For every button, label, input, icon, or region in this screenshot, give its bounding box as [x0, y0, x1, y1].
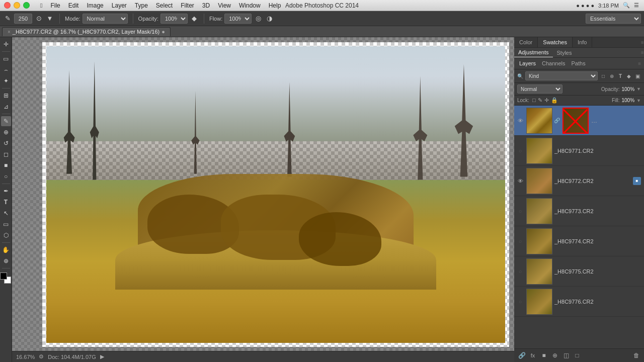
layer-row-2[interactable]: 👁 _H8C9772.CR2 ■ — [514, 166, 644, 196]
tab-close-icon[interactable]: × — [8, 29, 11, 35]
close-button[interactable] — [4, 2, 11, 9]
link-layers-button[interactable]: 🔗 — [517, 351, 526, 360]
layer-row-4[interactable]: ○ _H8C9774.CR2 — [514, 226, 644, 256]
lock-all-icon[interactable]: 🔒 — [551, 97, 558, 104]
sub-tab-adjustments[interactable]: Adjustments — [514, 48, 553, 57]
menu-filter[interactable]: Filter — [181, 2, 194, 9]
workspace-select[interactable]: Essentials — [586, 14, 641, 24]
sub-tab-styles[interactable]: Styles — [553, 48, 576, 57]
tab-layers[interactable]: Layers — [517, 59, 538, 67]
3d-tool[interactable]: ⬡ — [1, 230, 11, 240]
tab-info[interactable]: Info — [573, 37, 592, 47]
zoom-tool[interactable]: ⊕ — [1, 256, 11, 266]
window-controls[interactable] — [4, 2, 30, 9]
airbrush-icon[interactable]: ◆ — [190, 14, 199, 23]
menu-view[interactable]: View — [218, 2, 231, 9]
filter-adjustment-icon[interactable]: ⊕ — [608, 72, 615, 79]
move-tool[interactable]: ✛ — [1, 39, 11, 49]
status-arrow[interactable]: ▶ — [100, 353, 104, 360]
layer-row-5[interactable]: ○ _H8C9775.CR2 — [514, 256, 644, 287]
toggle-brush-panel-icon[interactable]: ▼ — [45, 14, 54, 23]
layer-eye-4[interactable]: ○ — [516, 237, 524, 245]
filter-type-icon[interactable]: T — [617, 72, 624, 79]
flow-icon1[interactable]: ◎ — [254, 14, 263, 23]
filter-pixel-icon[interactable]: □ — [600, 72, 607, 79]
path-select-tool[interactable]: ↖ — [1, 208, 11, 218]
menu-image[interactable]: Image — [87, 2, 103, 9]
delete-layer-button[interactable]: 🗑 — [632, 351, 641, 360]
shape-tool[interactable]: ▭ — [1, 219, 11, 229]
menu-select[interactable]: Select — [156, 2, 173, 9]
opacity-chevron[interactable]: ▼ — [636, 86, 641, 92]
mode-select[interactable]: Normal — [83, 14, 128, 24]
layer-eye-5[interactable]: ○ — [516, 267, 524, 276]
foreground-color-swatch[interactable] — [0, 273, 7, 280]
flow-select[interactable]: 100% — [224, 14, 252, 24]
maximize-button[interactable] — [23, 2, 30, 9]
layer-row-1[interactable]: ○ _H8C9771.CR2 — [514, 136, 644, 166]
crop-tool[interactable]: ⊞ — [1, 90, 11, 101]
eyedropper-tool[interactable]: ⊿ — [1, 102, 11, 112]
layer-eye-2[interactable]: 👁 — [516, 177, 524, 185]
group-layers-button[interactable]: ◫ — [561, 351, 571, 360]
tab-channels[interactable]: Channels — [540, 59, 567, 67]
lock-position-icon[interactable]: ✛ — [544, 97, 549, 104]
menu-layer[interactable]: Layer — [112, 2, 127, 9]
type-tool[interactable]: T — [1, 197, 11, 207]
eraser-tool[interactable]: ◻ — [1, 149, 11, 159]
marquee-tool[interactable]: ▭ — [1, 54, 11, 64]
layer-eye-0[interactable]: 👁 — [516, 117, 524, 125]
menu-apple[interactable]:  — [40, 2, 42, 9]
layer-eye-6[interactable]: ○ — [516, 298, 524, 306]
menu-file[interactable]: File — [50, 2, 60, 9]
canvas-area[interactable]: 16.67% ⚙ Doc: 104.4M/1.07G ▶ — [12, 37, 514, 362]
brush-size-field[interactable] — [14, 14, 32, 24]
brush-preset-icon[interactable]: ⊙ — [34, 14, 43, 23]
menu-icon[interactable]: ☰ — [634, 2, 639, 9]
title-bar-right: ● ● ● ● 3:18 PM 🔍 ☰ — [576, 2, 639, 9]
brush-tool[interactable]: ✎ — [1, 116, 11, 126]
menu-3d[interactable]: 3D — [202, 2, 210, 9]
flow-icon2[interactable]: ◑ — [265, 14, 274, 23]
tab-swatches[interactable]: Swatches — [538, 37, 573, 47]
filter-shape-icon[interactable]: ◆ — [625, 72, 632, 79]
dodge-tool[interactable]: ○ — [1, 171, 11, 182]
fill-chevron[interactable]: ▼ — [636, 98, 641, 103]
menu-help[interactable]: Help — [269, 2, 281, 9]
lock-image-icon[interactable]: ✎ — [538, 97, 542, 104]
menu-window[interactable]: Window — [239, 2, 261, 9]
filter-smart-icon[interactable]: ▣ — [634, 72, 641, 79]
minimize-button[interactable] — [14, 2, 20, 9]
document-tab[interactable]: × _H8C9777.CR2 @ 16.7% (_H8C9770.CR2, La… — [2, 27, 171, 36]
new-layer-button[interactable]: □ — [573, 351, 582, 360]
filter-type-select[interactable]: Kind — [525, 71, 598, 80]
layer-eye-3[interactable]: ○ — [516, 207, 524, 215]
lock-transparency-icon[interactable]: □ — [532, 97, 536, 104]
layer-row-6[interactable]: ○ _H8C9776.CR2 — [514, 287, 644, 317]
layer-row-0[interactable]: 👁 🔗 … — [514, 106, 644, 136]
menu-type[interactable]: Type — [135, 2, 148, 9]
gradient-tool[interactable]: ■ — [1, 160, 11, 170]
lasso-tool[interactable]: ⌢ — [1, 65, 11, 75]
layer-thumb-img-6 — [527, 289, 552, 314]
search-icon[interactable]: 🔍 — [623, 2, 630, 9]
tab-paths[interactable]: Paths — [570, 59, 588, 67]
layer-eye-1[interactable]: ○ — [516, 147, 524, 155]
adjustment-layer-button[interactable]: ⊕ — [550, 351, 559, 360]
add-mask-button[interactable]: ■ — [539, 351, 548, 360]
title-bar:  File Edit Image Layer Type Select Filt… — [0, 0, 644, 11]
clone-tool[interactable]: ⊕ — [1, 127, 11, 137]
magic-wand-tool[interactable]: ✦ — [1, 76, 11, 86]
history-brush-tool[interactable]: ↺ — [1, 138, 11, 148]
brush-icon[interactable]: ✎ — [3, 14, 12, 23]
opacity-select[interactable]: 100% — [160, 14, 188, 24]
pen-tool[interactable]: ✒ — [1, 186, 11, 196]
layer-mask-thumb-0[interactable] — [562, 108, 589, 134]
layer-row-3[interactable]: ○ _H8C9773.CR2 — [514, 196, 644, 226]
tab-color[interactable]: Color — [514, 37, 538, 47]
layer-more-0[interactable]: … — [591, 117, 598, 124]
blend-mode-select[interactable]: Normal — [517, 84, 562, 94]
menu-edit[interactable]: Edit — [68, 2, 79, 9]
layer-effects-button[interactable]: fx — [528, 351, 537, 360]
hand-tool[interactable]: ✋ — [1, 245, 11, 255]
